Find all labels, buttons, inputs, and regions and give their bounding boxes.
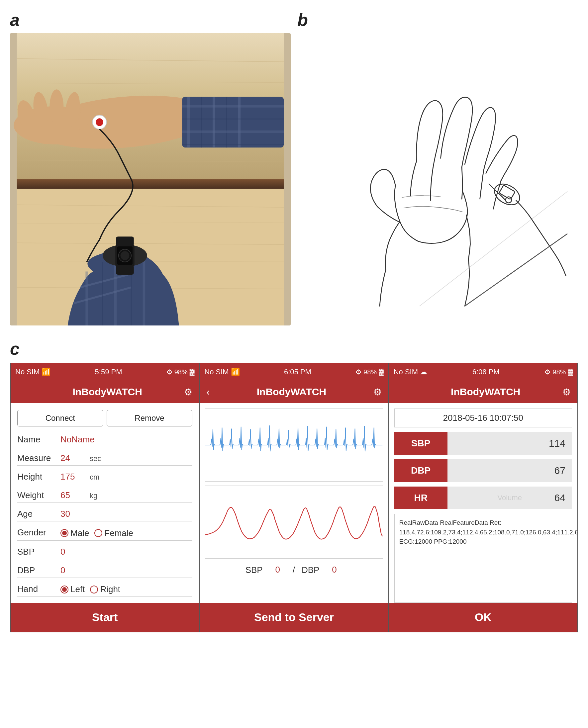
phone3-time: 6:08 PM	[472, 368, 500, 376]
top-photos-section: a	[0, 0, 588, 325]
age-value[interactable]: 30	[61, 509, 87, 519]
hand-left-label: Left	[70, 584, 85, 595]
phone3-content: 2018-05-16 10:07:50 SBP 114 DBP 67	[389, 403, 578, 632]
phone-1: No SIM 📶 5:59 PM ⚙ 98% ▓ InBodyWATCH ⚙	[10, 363, 199, 633]
age-label: Age	[17, 509, 61, 519]
phone1-status-bar: No SIM 📶 5:59 PM ⚙ 98% ▓	[10, 363, 199, 381]
sbp-field-row: SBP 0	[17, 547, 192, 559]
phone2-status-right: ⚙ 98% ▓	[355, 368, 384, 376]
phone3-settings-icon[interactable]: ⚙	[562, 387, 571, 398]
svg-point-43	[121, 251, 130, 260]
phone1-bt-icon: ⚙	[166, 368, 172, 376]
phone1-settings-icon[interactable]: ⚙	[184, 387, 192, 398]
raw-data-display: RealRawData RealFeatureData Ret: 118.4,7…	[394, 514, 572, 603]
phone2-battery: 98%	[363, 368, 377, 376]
measure-unit: sec	[90, 454, 101, 463]
height-value[interactable]: 175	[61, 472, 87, 482]
phone2-sbp-value[interactable]: 0	[269, 564, 286, 575]
phone1-battery: 98%	[174, 368, 188, 376]
hand-right-option[interactable]: Right	[90, 584, 120, 595]
start-button[interactable]: Start	[10, 603, 199, 632]
ecg-waveform-svg	[205, 409, 382, 481]
phone3-battery-icon: ▓	[568, 368, 573, 376]
phone2-back-button[interactable]: ‹	[206, 386, 210, 398]
dbp-label: DBP	[17, 565, 61, 576]
hand-radio-group: Left Right	[61, 584, 120, 595]
panel-c-label: c	[10, 339, 578, 359]
phone3-status-bar: No SIM ☁ 6:08 PM ⚙ 98% ▓	[389, 363, 578, 381]
phone1-app-title: InBodyWATCH	[30, 386, 184, 398]
phone3-body: 2018-05-16 10:07:50 SBP 114 DBP 67	[389, 403, 578, 603]
ppg-waveform-svg	[205, 486, 382, 558]
sbp-metric-value: 114	[447, 432, 572, 455]
weight-label: Weight	[17, 490, 61, 500]
phone2-slash: /	[293, 565, 295, 575]
hr-metric-row: HR Volume 64	[394, 487, 572, 509]
phone1-content: Connect Remove Name NoName Measure 24 se…	[10, 403, 199, 632]
name-field-row: Name NoName	[17, 434, 192, 447]
gender-female-option[interactable]: Female	[94, 528, 133, 538]
panel-b-label: b	[297, 10, 578, 30]
phone2-time: 6:05 PM	[284, 368, 311, 376]
phone2-bt-icon: ⚙	[355, 368, 361, 376]
height-label: Height	[17, 472, 61, 482]
hand-left-option[interactable]: Left	[61, 584, 85, 595]
svg-point-46	[491, 180, 523, 209]
sbp-value[interactable]: 0	[61, 547, 87, 557]
phone2-app-title: InBodyWATCH	[210, 386, 373, 398]
dbp-field-row: DBP 0	[17, 565, 192, 578]
svg-point-48	[506, 197, 511, 203]
phone-2: No SIM 📶 6:05 PM ⚙ 98% ▓ ‹ InBodyWATCH ⚙	[199, 363, 388, 633]
send-to-server-button[interactable]: Send to Server	[200, 603, 388, 632]
dbp-value[interactable]: 0	[61, 565, 87, 576]
phone1-no-sim: No SIM	[15, 368, 40, 376]
phone1-wifi-icon: 📶	[42, 368, 50, 376]
phone3-status-right: ⚙ 98% ▓	[545, 368, 573, 376]
hand-right-label: Right	[100, 584, 120, 595]
gender-male-radio[interactable]	[61, 529, 68, 537]
measure-field-row: Measure 24 sec	[17, 453, 192, 466]
gender-label: Gender	[17, 528, 61, 538]
phone3-no-sim: No SIM	[394, 368, 418, 376]
phone2-body: SBP 0 / DBP 0	[200, 403, 388, 603]
gender-male-label: Male	[70, 528, 89, 538]
phone2-no-sim: No SIM	[204, 368, 229, 376]
dbp-metric-value: 67	[447, 459, 572, 482]
phone1-body: Connect Remove Name NoName Measure 24 se…	[10, 403, 199, 603]
panel-a-label: a	[10, 10, 291, 30]
phone1-status-left: No SIM 📶	[15, 368, 50, 376]
ecg-chart	[205, 408, 383, 481]
connect-button[interactable]: Connect	[17, 410, 103, 426]
phone2-status-bar: No SIM 📶 6:05 PM ⚙ 98% ▓	[200, 363, 388, 381]
phone2-app-header: ‹ InBodyWATCH ⚙	[200, 381, 388, 403]
gender-female-radio[interactable]	[94, 529, 102, 537]
panel-b: b	[297, 10, 578, 325]
sbp-label: SBP	[17, 547, 61, 557]
name-label: Name	[17, 434, 61, 445]
phone1-battery-icon: ▓	[190, 368, 195, 376]
gender-field-row: Gender Male Female	[17, 528, 192, 541]
phone1-status-right: ⚙ 98% ▓	[166, 368, 195, 376]
gender-male-option[interactable]: Male	[61, 528, 89, 538]
datetime-display: 2018-05-16 10:07:50	[394, 408, 572, 427]
phone2-status-left: No SIM 📶	[204, 368, 239, 376]
measure-value[interactable]: 24	[61, 453, 87, 463]
hand-left-radio[interactable]	[61, 585, 68, 594]
ok-button[interactable]: OK	[389, 603, 578, 632]
name-value[interactable]: NoName	[61, 434, 95, 445]
phone2-dbp-label: DBP	[302, 565, 319, 575]
phone2-settings-icon[interactable]: ⚙	[373, 387, 382, 398]
hand-label: Hand	[17, 584, 61, 594]
remove-button[interactable]: Remove	[107, 410, 193, 426]
hand-right-radio[interactable]	[90, 585, 98, 594]
height-unit: cm	[90, 473, 99, 481]
phone1-btn-row: Connect Remove	[17, 410, 192, 426]
dbp-metric-row: DBP 67	[394, 459, 572, 482]
phone-3: No SIM ☁ 6:08 PM ⚙ 98% ▓ InBodyWATCH ⚙	[388, 363, 578, 633]
phone2-dbp-value[interactable]: 0	[326, 564, 342, 575]
weight-value[interactable]: 65	[61, 490, 87, 500]
phone3-wifi-icon: ☁	[420, 368, 427, 376]
phone3-app-title: InBodyWATCH	[409, 386, 562, 398]
gender-radio-group: Male Female	[61, 528, 133, 538]
phone2-battery-icon: ▓	[379, 368, 384, 376]
